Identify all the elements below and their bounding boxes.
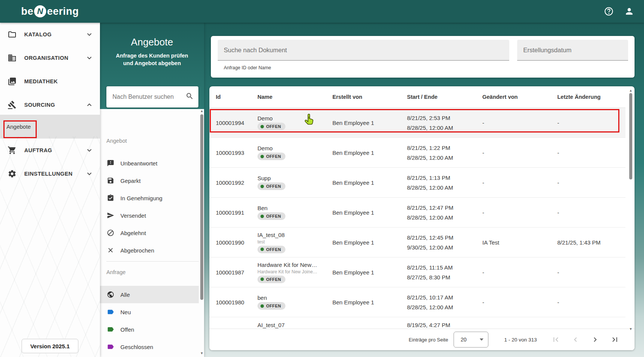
user-search-input[interactable]: Nach Benutzer suchen — [106, 86, 198, 108]
page-size-select[interactable]: 20 — [454, 332, 488, 348]
filter-section-header: Anfrage — [100, 262, 199, 281]
tag-icon — [107, 308, 114, 316]
cell-id: 100001992 — [216, 179, 257, 186]
help-icon[interactable] — [604, 6, 614, 16]
filter-panel: Angebote Anfrage des Kunden prüfen und A… — [100, 23, 204, 357]
filter-item-versendet[interactable]: Versendet — [100, 207, 199, 224]
table-row[interactable]: 100001994DemoOFFENBen Employee 18/21/25,… — [209, 108, 625, 138]
app-logo: beNeering — [0, 5, 100, 17]
filter-panel-scrollbar[interactable]: ▲ ▼ — [200, 23, 204, 357]
status-dot-icon — [260, 277, 264, 281]
feedback-icon — [107, 159, 114, 167]
cell-last-change: - — [557, 120, 625, 126]
filter-item-abgelehnt[interactable]: Abgelehnt — [100, 224, 199, 242]
table-scrollbar[interactable]: ▲ ▼ — [628, 88, 633, 350]
status-badge-label: OFFEN — [266, 304, 281, 308]
tag-icon — [107, 343, 114, 351]
user-icon[interactable] — [624, 6, 634, 16]
cell-name: IA_test_08testOFFEN — [257, 232, 332, 253]
start-date: 8/21/25, 12:45 PM — [407, 234, 482, 241]
first-page-icon[interactable] — [551, 335, 560, 344]
document-search-placeholder: Suche nach Dokument — [224, 47, 287, 54]
scroll-down-icon[interactable]: ▼ — [200, 351, 204, 355]
cell-name: SuppOFFEN — [257, 175, 332, 190]
cell-name: DemoOFFEN — [257, 115, 332, 130]
cell-changed-by: IA Test — [482, 239, 557, 246]
table-footer: Einträge pro Seite 20 1 - 20 von 313 — [209, 329, 635, 350]
table-row[interactable]: 100001980benOFFENBen Employee 18/21/25, … — [209, 287, 625, 317]
scroll-up-icon[interactable]: ▲ — [629, 89, 633, 92]
start-date: 8/21/25, 1:22 PM — [407, 145, 482, 151]
status-dot-icon — [260, 304, 264, 308]
document-search-input[interactable]: Suche nach Dokument — [218, 40, 509, 61]
sidebar-item-label: MEDIATHEK — [24, 78, 58, 84]
cell-name: Hardware Kit for New…Hardware Kit for Ne… — [257, 262, 332, 283]
cell-id: 100001980 — [216, 299, 257, 306]
sidebar-item-mediathek[interactable]: MEDIATHEK — [0, 70, 100, 93]
scroll-up-icon[interactable]: ▲ — [200, 109, 204, 113]
status-badge: OFFEN — [257, 276, 285, 283]
top-bar: beNeering — [0, 0, 644, 23]
filter-item-neu[interactable]: Neu — [100, 303, 199, 321]
status-badge-label: OFFEN — [266, 154, 281, 159]
cell-creator: Ben Employee 1 — [332, 269, 407, 276]
offer-subtitle: test — [257, 239, 265, 245]
filter-item-offen[interactable]: Offen — [100, 321, 199, 338]
page-subtitle: Anfrage des Kunden prüfen und Angebot ab… — [112, 52, 192, 67]
creation-date-placeholder: Erstellungsdatum — [523, 47, 571, 54]
scroll-down-icon[interactable]: ▼ — [629, 327, 633, 331]
cell-creator: Ben Employee 1 — [332, 239, 407, 246]
creation-date-input[interactable]: Erstellungsdatum — [517, 40, 628, 61]
sidebar-item-angebote[interactable]: Angebote — [0, 115, 100, 139]
globe-icon — [107, 291, 114, 298]
filter-item-alle[interactable]: Alle — [100, 286, 199, 303]
version-button[interactable]: Version 2025.1 — [22, 339, 78, 353]
filter-item-unbeantwortet[interactable]: Unbeantwortet — [100, 154, 199, 172]
cell-name: DemoOFFEN — [257, 145, 332, 160]
table-row[interactable]: 100001993DemoOFFENBen Employee 18/21/25,… — [209, 138, 625, 168]
filter-item-final[interactable]: Final — [100, 355, 199, 357]
offer-name: IA_test_08 — [257, 232, 285, 238]
filter-item-abgebrochen[interactable]: Abgebrochen — [100, 242, 199, 259]
cell-changed-by: - — [482, 120, 557, 126]
table-row[interactable]: 100001987Hardware Kit for New…Hardware K… — [209, 257, 625, 287]
filter-item-label: Abgebrochen — [120, 247, 154, 254]
save-icon — [107, 177, 114, 184]
sidebar-item-einstellungen[interactable]: EINSTELLUNGEN — [0, 162, 100, 186]
cell-last-change: - — [557, 209, 625, 216]
table-row[interactable]: 100001990IA_test_08testOFFENBen Employee… — [209, 228, 625, 257]
sidebar-item-katalog[interactable]: KATALOG — [0, 23, 100, 46]
sidebar-item-auftrag[interactable]: AUFTRAG — [0, 139, 100, 162]
cell-last-change: 8/21/25, 1:43 PM — [557, 239, 625, 246]
filter-item-in-genehmigung[interactable]: In Genehmigung — [100, 189, 199, 207]
page-size-value: 20 — [461, 337, 480, 343]
cell-name: AI_test_07 — [257, 322, 332, 328]
next-page-icon[interactable] — [591, 335, 600, 344]
offer-name: Ben — [257, 205, 268, 211]
status-dot-icon — [260, 185, 264, 188]
logo-text-pre: be — [21, 6, 34, 17]
sidebar-item-sourcing[interactable]: SOURCING — [0, 93, 100, 117]
cart-icon — [8, 146, 17, 155]
previous-page-icon[interactable] — [571, 335, 580, 344]
logo-text-post: eering — [47, 6, 79, 17]
approval-icon — [107, 194, 114, 202]
sidebar-item-organisation[interactable]: ORGANISATION — [0, 46, 100, 70]
filter-item-label: Alle — [120, 292, 130, 298]
table-row[interactable]: 100001992SuppOFFENBen Employee 18/21/25,… — [209, 168, 625, 198]
status-badge: OFFEN — [257, 123, 285, 130]
table-header-row: IdNameErstellt vonStart / EndeGeändert v… — [209, 86, 625, 108]
start-date: 8/21/25, 12:47 PM — [407, 204, 482, 211]
table-row[interactable]: 100001991BenOFFENBen Employee 18/21/25, … — [209, 198, 625, 228]
start-date: 8/21/25, 11:15 AM — [407, 264, 482, 271]
status-badge: OFFEN — [257, 302, 285, 310]
filter-item-label: Abgelehnt — [120, 230, 146, 236]
column-header: Id — [216, 94, 257, 100]
filter-item-geschlossen[interactable]: Geschlossen — [100, 338, 199, 355]
end-date: 8/28/25, 12:00 AM — [407, 154, 482, 161]
last-page-icon[interactable] — [610, 335, 619, 344]
cell-last-change: - — [557, 179, 625, 186]
filter-item-label: Geschlossen — [120, 344, 153, 350]
filter-item-geparkt[interactable]: Geparkt — [100, 172, 199, 189]
status-badge: OFFEN — [257, 212, 285, 220]
